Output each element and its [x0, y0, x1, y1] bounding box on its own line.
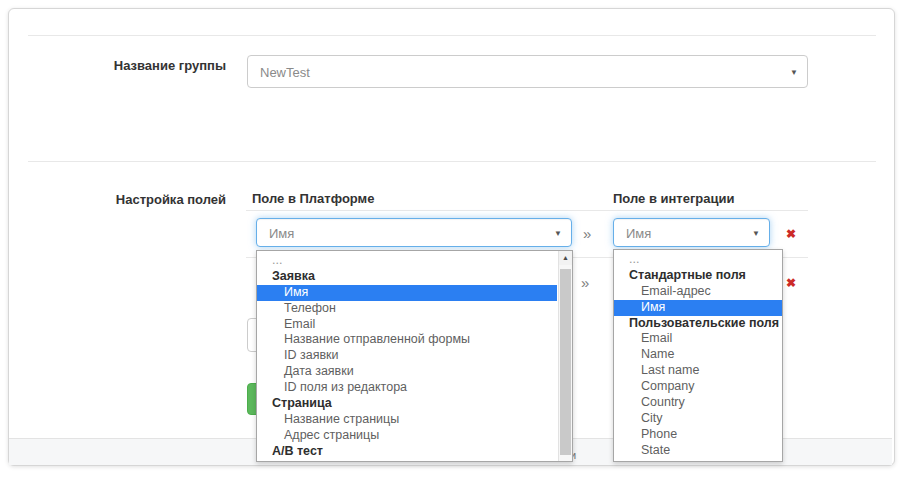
- chevron-down-icon: ▼: [790, 67, 798, 76]
- scrollbar-thumb[interactable]: [560, 269, 571, 455]
- integration-field-select[interactable]: Имя ▼: [613, 218, 770, 247]
- group-name-select-value: NewTest: [260, 64, 310, 79]
- platform-field-select-value: Имя: [269, 225, 294, 240]
- remove-row-button[interactable]: ✖: [786, 277, 796, 289]
- dropdown-option[interactable]: Country: [614, 395, 782, 411]
- dropdown-option[interactable]: Last name: [614, 363, 782, 379]
- dropdown-option[interactable]: ...: [614, 252, 782, 268]
- platform-field-select[interactable]: Имя ▼: [256, 218, 572, 247]
- dropdown-option[interactable]: Пользовательские поля: [614, 316, 782, 332]
- integration-settings-page: Название группы NewTest ▼ Настройка поле…: [0, 0, 903, 481]
- integration-column-header: Поле в интеграции: [613, 191, 735, 206]
- dropdown-option[interactable]: ID поля из редактора: [257, 380, 557, 396]
- dropdown-option[interactable]: Email: [614, 331, 782, 347]
- header-underline: [246, 210, 808, 211]
- dropdown-option[interactable]: Название отправленной формы: [257, 332, 557, 348]
- dropdown-option[interactable]: Адрес страницы: [257, 428, 557, 444]
- dropdown-option[interactable]: Название страницы: [257, 412, 557, 428]
- dropdown-option[interactable]: Company: [614, 379, 782, 395]
- platform-field-dropdown: ...ЗаявкаИмяТелефонEmailНазвание отправл…: [256, 250, 573, 462]
- group-name-label: Название группы: [26, 58, 226, 73]
- remove-row-button[interactable]: ✖: [786, 228, 796, 240]
- dropdown-option[interactable]: Имя: [614, 300, 782, 316]
- chevron-down-icon: ▼: [752, 228, 760, 237]
- dropdown-option[interactable]: ...: [257, 253, 557, 269]
- dropdown-option[interactable]: Имя: [257, 285, 557, 301]
- dropdown-option[interactable]: State: [614, 443, 782, 459]
- group-name-select[interactable]: NewTest ▼: [247, 55, 808, 88]
- integration-field-select-value: Имя: [626, 225, 651, 240]
- dropdown-option[interactable]: ID заявки: [257, 348, 557, 364]
- dropdown-option[interactable]: City: [614, 411, 782, 427]
- chevron-down-icon: ▼: [554, 228, 562, 237]
- mapping-arrow: »: [581, 275, 589, 290]
- section-divider: [28, 161, 876, 162]
- dropdown-option[interactable]: Дата заявки: [257, 364, 557, 380]
- integration-option-list: ...Стандартные поляEmail-адресИмяПользов…: [614, 252, 782, 459]
- dropdown-option[interactable]: Name: [614, 347, 782, 363]
- fields-setup-label: Настройка полей: [26, 192, 226, 207]
- dropdown-scrollbar[interactable]: ▲: [558, 251, 572, 461]
- dropdown-option[interactable]: Заявка: [257, 269, 557, 285]
- mapping-arrow: »: [583, 226, 591, 241]
- dropdown-option[interactable]: Email: [257, 317, 557, 333]
- top-divider: [28, 35, 876, 36]
- dropdown-option[interactable]: Телефон: [257, 301, 557, 317]
- dropdown-option[interactable]: Страница: [257, 396, 557, 412]
- integration-field-dropdown: ...Стандартные поляEmail-адресИмяПользов…: [613, 249, 783, 462]
- dropdown-option[interactable]: А/В тест: [257, 444, 557, 460]
- dropdown-option[interactable]: Стандартные поля: [614, 268, 782, 284]
- dropdown-option[interactable]: Email-адрес: [614, 284, 782, 300]
- scroll-up-icon[interactable]: ▲: [559, 251, 572, 265]
- platform-column-header: Поле в Платформе: [252, 191, 374, 206]
- dropdown-option[interactable]: Phone: [614, 427, 782, 443]
- platform-option-list: ...ЗаявкаИмяТелефонEmailНазвание отправл…: [257, 253, 557, 460]
